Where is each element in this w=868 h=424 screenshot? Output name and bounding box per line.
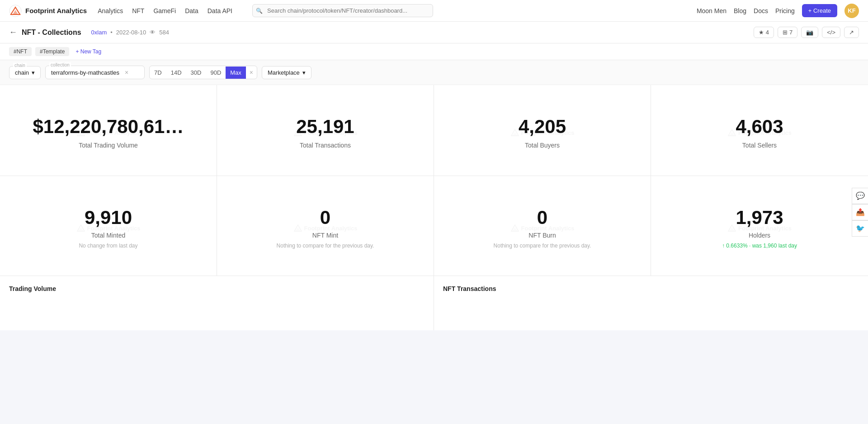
total-sellers-value: 4,603 xyxy=(736,116,783,137)
date-max-button[interactable]: Max xyxy=(226,67,246,79)
chat-icon-button[interactable]: 💬 xyxy=(852,188,868,204)
watermark-logo-6 xyxy=(293,224,302,233)
tag-nft[interactable]: #NFT xyxy=(9,47,32,56)
date-90d-button[interactable]: 90D xyxy=(206,67,226,79)
nft-burn-value: 0 xyxy=(537,207,547,228)
marketplace-filter[interactable]: Marketplace ▾ xyxy=(262,66,311,79)
trading-volume-label: Total Trading Volume xyxy=(79,142,138,149)
back-button[interactable]: ← xyxy=(9,28,17,37)
stat-holders: Footprint Analytics 1,973 Holders ↑ 0.66… xyxy=(651,176,868,276)
meta-separator: • xyxy=(110,29,113,36)
nav-pricing[interactable]: Pricing xyxy=(775,7,795,14)
chain-filter-label: chain xyxy=(13,63,27,68)
camera-button[interactable]: 📷 xyxy=(801,27,818,38)
filters-bar: chain chain ▾ collection terraforms-by-m… xyxy=(0,60,868,85)
nft-burn-sub: Nothing to compare for the previous day. xyxy=(494,243,591,249)
trading-volume-chart-title: Trading Volume xyxy=(9,285,425,292)
nav-docs[interactable]: Docs xyxy=(754,7,768,14)
pages-count: 7 xyxy=(789,29,793,36)
total-transactions-label: Total Transactions xyxy=(300,142,351,149)
svg-marker-8 xyxy=(513,132,517,136)
views-icon: 👁 xyxy=(150,29,156,36)
page-title: NFT - Collections xyxy=(22,29,81,37)
trading-volume-value: $12,220,780,61… xyxy=(33,116,184,137)
twitter-icon-button[interactable]: 🐦 xyxy=(852,220,868,237)
collection-filter-value: terraforms-by-mathcastles xyxy=(51,69,119,76)
total-minted-label: Total Minted xyxy=(91,232,125,239)
logo-icon xyxy=(9,5,22,17)
stats-row-1: Footprint Analytics $12,220,780,61… Tota… xyxy=(0,85,868,176)
nft-mint-value: 0 xyxy=(320,207,330,228)
tags-bar: #NFT #Template + New Tag xyxy=(0,43,868,60)
marketplace-label: Marketplace xyxy=(268,69,300,76)
nav-moon-men[interactable]: Moon Men xyxy=(697,7,726,14)
date-30d-button[interactable]: 30D xyxy=(186,67,206,79)
nav-links: Analytics NFT GameFi Data Data API xyxy=(98,7,232,14)
tag-template[interactable]: #Template xyxy=(35,47,69,56)
date-7d-button[interactable]: 7D xyxy=(150,67,166,79)
page-actions: ★ 4 ⊞ 7 📷 </> ↗ xyxy=(754,27,859,38)
svg-marker-14 xyxy=(296,228,300,231)
svg-marker-7 xyxy=(511,129,519,136)
brand-name: Footprint Analytics xyxy=(25,7,87,14)
svg-marker-11 xyxy=(77,225,85,231)
watermark-logo-3 xyxy=(510,128,519,137)
search-input[interactable] xyxy=(252,4,433,17)
nft-burn-label: NFT Burn xyxy=(528,232,556,239)
svg-marker-16 xyxy=(513,228,517,231)
nav-nft[interactable]: NFT xyxy=(132,7,144,14)
star-count: 4 xyxy=(766,29,769,36)
collection-filter[interactable]: collection terraforms-by-mathcastles × xyxy=(45,66,145,79)
date-14d-button[interactable]: 14D xyxy=(166,67,186,79)
stat-total-buyers: Footprint Analytics 4,205 Total Buyers xyxy=(434,85,651,176)
chain-filter[interactable]: chain chain ▾ xyxy=(9,66,41,79)
stat-trading-volume: Footprint Analytics $12,220,780,61… Tota… xyxy=(0,85,217,176)
svg-marker-12 xyxy=(79,228,83,231)
nft-transactions-chart: NFT Transactions xyxy=(434,276,868,330)
avatar[interactable]: KF xyxy=(844,4,859,18)
total-buyers-value: 4,205 xyxy=(519,116,566,137)
star-button[interactable]: ★ 4 xyxy=(754,27,774,38)
watermark-logo-8 xyxy=(727,224,736,233)
camera-icon: 📷 xyxy=(806,29,813,36)
search-container xyxy=(252,4,433,17)
share-icon-button[interactable]: 📤 xyxy=(852,204,868,220)
watermark-logo-7 xyxy=(510,224,519,233)
brand-logo[interactable]: Footprint Analytics xyxy=(9,5,87,17)
meta-link[interactable]: 0xlam xyxy=(91,29,107,36)
watermark-logo-4 xyxy=(727,128,736,137)
pages-icon: ⊞ xyxy=(783,29,788,36)
top-navigation: Footprint Analytics Analytics NFT GameFi… xyxy=(0,0,868,22)
nft-mint-sub: Nothing to compare for the previous day. xyxy=(277,243,374,249)
stat-nft-burn: Footprint Analytics 0 NFT Burn Nothing t… xyxy=(434,176,651,276)
star-icon: ★ xyxy=(759,29,764,36)
collection-filter-label: collection xyxy=(49,62,71,67)
nav-gamefi[interactable]: GameFi xyxy=(153,7,176,14)
nav-blog[interactable]: Blog xyxy=(734,7,746,14)
new-tag-button[interactable]: + New Tag xyxy=(73,47,104,56)
charts-row: Trading Volume NFT Transactions xyxy=(0,276,868,330)
total-transactions-value: 25,191 xyxy=(296,116,354,137)
total-minted-value: 9,910 xyxy=(85,207,132,228)
total-sellers-label: Total Sellers xyxy=(742,142,777,149)
stat-total-transactions: Footprint Analytics 25,191 Total Transac… xyxy=(217,85,434,176)
collection-clear-icon[interactable]: × xyxy=(125,69,128,76)
stat-total-sellers: Footprint Analytics 4,603 Total Sellers xyxy=(651,85,868,176)
meta-date: 2022-08-10 xyxy=(116,29,146,36)
date-filter: 7D 14D 30D 90D Max × xyxy=(149,66,257,79)
total-buyers-label: Total Buyers xyxy=(525,142,560,149)
nav-data-api[interactable]: Data API xyxy=(208,7,232,14)
svg-marker-15 xyxy=(511,225,519,231)
views-count: 584 xyxy=(159,29,169,36)
code-icon: </> xyxy=(827,29,835,36)
share-button[interactable]: ↗ xyxy=(844,27,859,38)
code-button[interactable]: </> xyxy=(822,27,840,38)
watermark-logo-5 xyxy=(76,224,85,233)
pages-button[interactable]: ⊞ 7 xyxy=(778,27,797,38)
chain-dropdown-icon: ▾ xyxy=(32,69,35,76)
date-clear-button[interactable]: × xyxy=(246,66,257,79)
marketplace-dropdown-icon: ▾ xyxy=(302,69,306,76)
nav-analytics[interactable]: Analytics xyxy=(98,7,123,14)
nav-data[interactable]: Data xyxy=(185,7,198,14)
create-button[interactable]: + Create xyxy=(802,4,837,17)
